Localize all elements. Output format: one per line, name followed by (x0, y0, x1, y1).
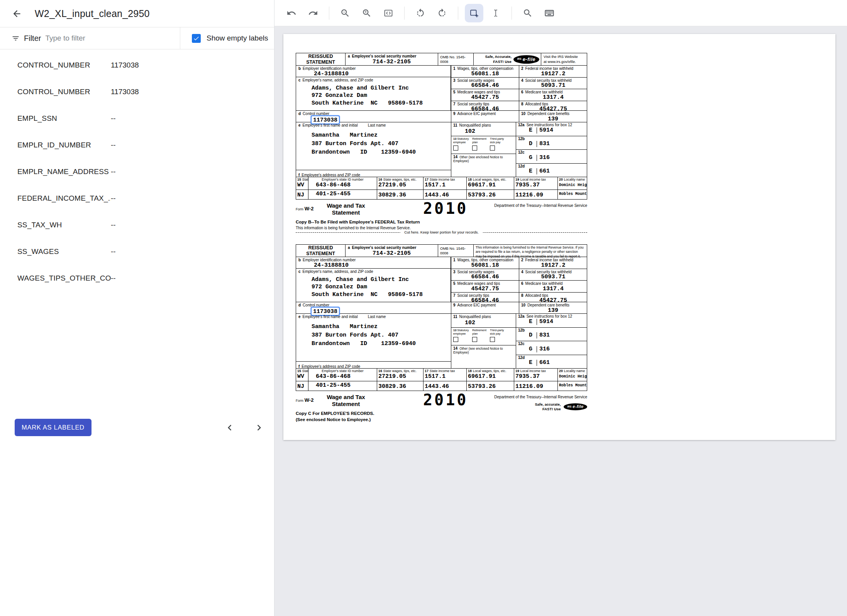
mark-as-labeled-button[interactable]: MARK AS LABELED (15, 419, 91, 436)
w2-form: REISSUED STATEMENT aEmployee's social se… (296, 53, 587, 230)
omb-number: OMB No. 1545-0008 (438, 53, 474, 65)
box-19-local-income-tax: 19Local income tax 7935.37 (514, 369, 558, 381)
box-18-local-wages: 18Local wages, tips, etc. 69617.91 (467, 177, 514, 190)
statutory-employee-group: 13Statutory employee (453, 137, 469, 154)
show-empty-labels-toggle[interactable]: Show empty labels (180, 27, 274, 49)
document-canvas[interactable]: REISSUED STATEMENT aEmployee's social se… (274, 26, 847, 616)
zoom-in-icon (362, 8, 372, 18)
employee-name-address-value: Samantha Martinez 387 Burton Fords Apt. … (296, 128, 451, 170)
third-party-sick-pay-checkbox (490, 337, 495, 342)
state-row-2-id: 401-25-455 (308, 381, 377, 391)
redo-button[interactable] (304, 4, 322, 22)
field-name: SS_WAGES (17, 247, 111, 256)
statutory-employee-group: 13Statutory employee (453, 329, 469, 345)
reissued-statement: REISSUED STATEMENT (296, 245, 346, 257)
arrow-back-icon (12, 8, 22, 19)
toolbar-separator (512, 7, 512, 20)
wage-tax-statement-title: Wage and TaxStatement (327, 202, 365, 216)
box-18-local-wages: 18Local wages, tips, etc. 69617.91 (467, 369, 514, 381)
box-a-employee-ssn: aEmployee's social security number 714-3… (346, 53, 438, 65)
field-row-ss-wages[interactable]: SS_WAGES -- (0, 238, 274, 265)
box-9-advance-eic: 9Advance EIC payment (451, 111, 519, 122)
box-12b: 12b D831 (516, 328, 587, 342)
field-row-wages-tips-other[interactable]: WAGES_TIPS_OTHER_CO... -- (0, 265, 274, 291)
employee-ssn-value: 714-32-2105 (348, 250, 435, 257)
field-value: -- (111, 221, 116, 229)
box-12c: 12c G316 (516, 341, 587, 355)
field-value: -- (111, 168, 116, 176)
form-w2-label: FormW-2 (296, 394, 313, 403)
field-name: EMPL_SSN (17, 114, 111, 123)
state-row-2-state: NJ (296, 190, 308, 199)
box-19-local-income-tax: 19Local income tax 7935.37 (514, 177, 558, 190)
state-row-2-wages: 30829.36 (377, 190, 424, 199)
filter-input[interactable] (45, 34, 174, 42)
show-empty-labels-checkbox[interactable] (192, 34, 201, 43)
undo-button[interactable] (282, 4, 301, 22)
box-4-ss-tax-withheld: 4Social security tax withheld 5093.71 (519, 269, 587, 281)
field-row-emplr-name-address[interactable]: EMPLR_NAME_ADDRESS -- (0, 158, 274, 185)
w2-form: REISSUED STATEMENT aEmployee's social se… (296, 244, 587, 423)
undo-icon (286, 8, 296, 18)
box-c-employer-name-address: cEmployer's name, address, and ZIP code … (296, 77, 451, 110)
safe-accurate-note: Safe, Accurate,FAST! Use IRSe-file (474, 53, 541, 65)
retirement-plan-checkbox (472, 337, 477, 342)
zoom-out-button[interactable] (336, 4, 354, 22)
copy-b-text: Copy B--To Be Filed with Employee's FEDE… (296, 219, 420, 230)
reissued-line2: STATEMENT (306, 251, 335, 257)
field-row-emplr-id-number[interactable]: EMPLR_ID_NUMBER -- (0, 132, 274, 158)
labels-panel: W2_XL_input_clean_2950 Filter Show empty… (0, 0, 274, 616)
back-button[interactable] (8, 5, 25, 22)
copy-c-furnished-notice: This information is being furnished to t… (474, 245, 587, 257)
keyboard-shortcuts-button[interactable] (540, 4, 559, 22)
chevron-left-icon (224, 422, 235, 433)
document-page[interactable]: REISSUED STATEMENT aEmployee's social se… (283, 34, 835, 440)
box-13-checkboxes: 13Statutory employee Retirement plan Thi… (451, 136, 516, 154)
field-list: CONTROL_NUMBER 1173038 CONTROL_NUMBER 11… (0, 49, 274, 291)
zoom-out-icon (340, 8, 350, 18)
filter-label: Filter (24, 34, 41, 43)
code-view-icon (383, 8, 393, 18)
employee-ssn-value: 714-32-2105 (348, 59, 435, 65)
field-value: 1173038 (111, 61, 139, 69)
field-row-federal-income-tax[interactable]: FEDERAL_INCOME_TAX_... -- (0, 185, 274, 212)
field-row-control-number-1[interactable]: CONTROL_NUMBER 1173038 (0, 52, 274, 78)
code-view-button[interactable] (379, 4, 398, 22)
search-button[interactable] (518, 4, 537, 22)
reissued-line1: REISSUED (308, 54, 333, 59)
redo-icon (308, 8, 318, 18)
text-select-button[interactable] (486, 4, 505, 22)
box-b-employer-id: bEmployer identification number 24-31888… (296, 66, 451, 77)
box-5-medicare-wages: 5Medicare wages and tips 45427.75 (451, 281, 519, 292)
box-16-state-wages: 16State wages, tips, etc. 27219.05 (377, 177, 424, 190)
tax-year: 2010 (423, 392, 468, 408)
reissued-line2: STATEMENT (306, 59, 335, 65)
next-document-button[interactable] (252, 421, 266, 434)
zoom-in-button[interactable] (357, 4, 376, 22)
cut-here-line: Cut here. Keep lower portion for your re… (296, 232, 587, 233)
box-e-employee-name: eEmployee's first name and initial Last … (296, 122, 451, 177)
box-5-medicare-wages: 5Medicare wages and tips 45427.75 (451, 89, 519, 101)
previous-document-button[interactable] (223, 421, 236, 434)
field-row-ss-tax-wh[interactable]: SS_TAX_WH -- (0, 212, 274, 238)
third-party-sick-pay-group: Third-party sick pay (490, 137, 504, 154)
rotate-right-button[interactable] (433, 4, 451, 22)
text-select-icon (491, 8, 501, 18)
toolbar-separator (458, 7, 458, 20)
w2-main-grid: REISSUED STATEMENT aEmployee's social se… (296, 244, 587, 369)
box-17-state-income-tax: 17State income tax 1517.1 (424, 369, 467, 381)
employer-address-value: Adams, Chase and Gilbert Inc 972 Gonzale… (312, 276, 448, 299)
state-local-tax-table: 15State WV Employer's state ID number 64… (296, 177, 587, 200)
field-row-empl-ssn[interactable]: EMPL_SSN -- (0, 105, 274, 132)
region-select-button[interactable] (465, 4, 483, 22)
irs-efile-logo: IRSe-file (513, 55, 539, 64)
box-d-control-number: dControl number 1173038 (296, 111, 451, 122)
tax-year: 2010 (423, 201, 468, 216)
page-title: W2_XL_input_clean_2950 (35, 8, 150, 19)
rotate-left-icon (415, 8, 425, 18)
box-b-employer-id: bEmployer identification number 24-31888… (296, 257, 451, 269)
rotate-left-button[interactable] (411, 4, 430, 22)
field-row-control-number-2[interactable]: CONTROL_NUMBER 1173038 (0, 78, 274, 105)
box-12a: 12aSee instructions for box 12 E5914 (516, 314, 587, 328)
w2-copy-b: REISSUED STATEMENT aEmployee's social se… (296, 53, 587, 230)
